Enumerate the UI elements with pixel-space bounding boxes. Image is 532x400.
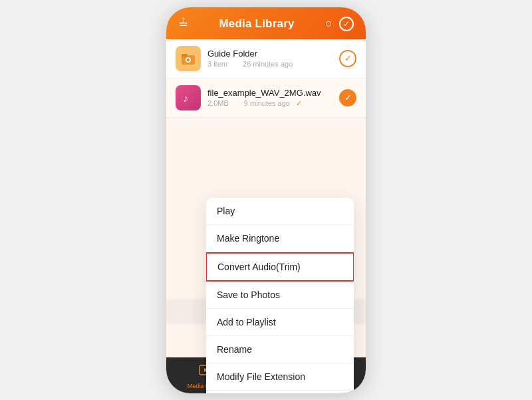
phone-container: ≟ Media Library ○ ✓ Guide Folder [166, 7, 366, 393]
list-item[interactable]: ♪ file_example_WAV_2MG.wav 2.0MB 9 minut… [166, 79, 366, 118]
circle-icon[interactable]: ○ [325, 17, 332, 31]
audio-badge[interactable]: ✓ [339, 89, 356, 106]
folder-icon [176, 46, 201, 71]
menu-item-add-playlist[interactable]: Add to Playlist [206, 309, 354, 336]
item-info: Guide Folder 3 item 26 minutes ago [207, 49, 339, 68]
menu-item-convert[interactable]: Convert Audio(Trim) [206, 252, 354, 282]
content-area: Play Make Ringtone Convert Audio(Trim) S… [166, 118, 366, 357]
svg-rect-4 [187, 59, 190, 61]
folder-meta: 3 item 26 minutes ago [207, 60, 339, 68]
checkmark-icon[interactable]: ✓ [339, 17, 354, 31]
list-item[interactable]: Guide Folder 3 item 26 minutes ago ✓ [166, 39, 366, 79]
folder-badge[interactable]: ✓ [339, 50, 356, 67]
app-header: ≟ Media Library ○ ✓ [166, 7, 366, 39]
menu-item-save-photos[interactable]: Save to Photos [206, 282, 354, 309]
filter-icon[interactable]: ≟ [178, 17, 188, 31]
header-title: Media Library [219, 17, 294, 31]
audio-name: file_example_WAV_2MG.wav [207, 88, 339, 98]
context-menu: Play Make Ringtone Convert Audio(Trim) S… [206, 198, 354, 393]
svg-text:♪: ♪ [183, 93, 188, 104]
item-info: file_example_WAV_2MG.wav 2.0MB 9 minutes… [207, 88, 339, 108]
menu-item-ringtone[interactable]: Make Ringtone [206, 225, 354, 252]
menu-item-play[interactable]: Play [206, 198, 354, 225]
file-list: Guide Folder 3 item 26 minutes ago ✓ ♪ f… [166, 39, 366, 118]
folder-name: Guide Folder [207, 49, 339, 59]
menu-item-rename[interactable]: Rename [206, 336, 354, 363]
menu-item-modify-ext[interactable]: Modify File Extension [206, 363, 354, 391]
audio-icon: ♪ [176, 85, 201, 110]
audio-meta: 2.0MB 9 minutes ago ✓ [207, 99, 339, 108]
svg-rect-1 [182, 54, 188, 57]
menu-item-move-to[interactable]: Move To [206, 391, 354, 393]
